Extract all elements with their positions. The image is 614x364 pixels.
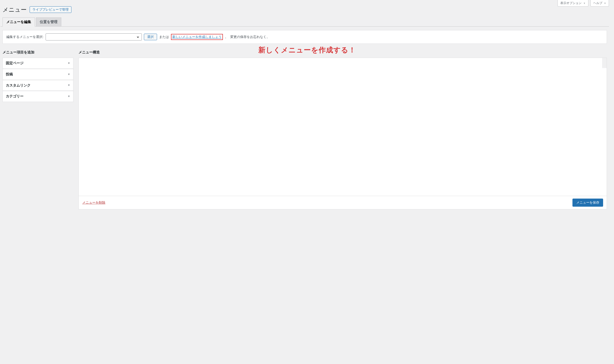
add-items-heading: メニュー項目を追加 xyxy=(3,50,73,55)
select-menu-label: 編集するメニューを選択: xyxy=(6,35,44,39)
menu-footer: メニューを削除 メニューを保存 xyxy=(79,196,607,209)
tab-edit-menu[interactable]: メニューを編集 xyxy=(3,17,35,27)
caret-down-icon: ▼ xyxy=(583,2,586,5)
accordion-categories[interactable]: カテゴリー ▼ xyxy=(3,91,73,102)
scrollbar-hint xyxy=(602,58,607,68)
accordion-label: カスタムリンク xyxy=(6,83,31,88)
tab-manage-locations[interactable]: 位置を管理 xyxy=(36,17,61,26)
accordion-custom-links[interactable]: カスタムリンク ▼ xyxy=(3,80,73,91)
caret-down-icon: ▼ xyxy=(68,61,70,65)
nav-tabs: メニューを編集 位置を管理 xyxy=(1,17,609,27)
accordion-posts[interactable]: 投稿 ▼ xyxy=(3,69,73,80)
or-text: または xyxy=(159,35,169,39)
delete-menu-link[interactable]: メニューを削除 xyxy=(82,200,105,205)
accordion-label: カテゴリー xyxy=(6,94,24,99)
menu-select[interactable] xyxy=(46,33,142,40)
caret-down-icon: ▼ xyxy=(68,95,70,98)
accordion-label: 固定ページ xyxy=(6,61,24,66)
caret-down-icon: ▼ xyxy=(68,73,70,76)
select-button[interactable]: 選択 xyxy=(144,34,157,40)
save-hint: 変更の保存をお忘れなく。 xyxy=(230,35,270,39)
accordion-pages[interactable]: 固定ページ ▼ xyxy=(3,58,73,69)
create-menu-link[interactable]: 新しいメニューを作成しましょう xyxy=(172,35,222,39)
accordion-label: 投稿 xyxy=(6,72,13,77)
menu-structure-body xyxy=(79,58,607,196)
screen-options-label: 表示オプション xyxy=(560,1,582,5)
menu-structure-frame: メニューを削除 メニューを保存 xyxy=(79,58,607,209)
help-button[interactable]: ヘルプ ▼ xyxy=(590,0,609,7)
page-title: メニュー xyxy=(3,6,27,14)
screen-options-button[interactable]: 表示オプション ▼ xyxy=(558,0,588,7)
save-menu-button[interactable]: メニューを保存 xyxy=(572,199,603,207)
period: 。 xyxy=(225,35,228,39)
caret-down-icon: ▼ xyxy=(68,83,70,87)
menu-structure-heading: メニュー構造 xyxy=(79,50,607,55)
create-menu-highlight: 新しいメニューを作成しましょう xyxy=(171,34,223,40)
manage-menus-bar: 編集するメニューを選択: 選択 または 新しいメニューを作成しましょう 。 変更… xyxy=(3,30,607,44)
caret-down-icon: ▼ xyxy=(604,2,606,5)
live-preview-button[interactable]: ライブプレビューで管理 xyxy=(30,6,71,13)
help-label: ヘルプ xyxy=(593,1,602,5)
